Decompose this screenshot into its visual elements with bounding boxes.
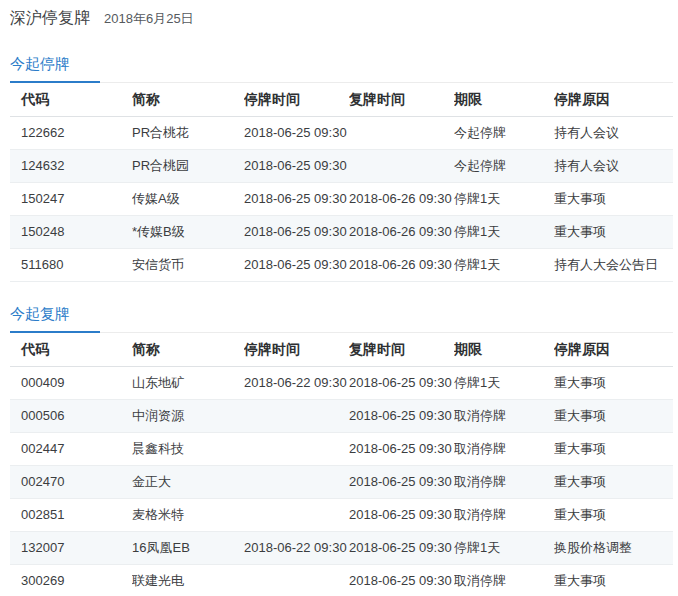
- cell-resume-time: 2018-06-26 09:30: [349, 183, 454, 216]
- cell-name: 山东地矿: [132, 367, 244, 400]
- column-header-resume-time: 复牌时间: [349, 333, 454, 367]
- tab-resume-today[interactable]: 今起复牌: [10, 305, 100, 333]
- cell-term: 取消停牌: [454, 499, 554, 532]
- tab-suspend-today[interactable]: 今起停牌: [10, 55, 100, 83]
- cell-term: 取消停牌: [454, 433, 554, 466]
- cell-name: *传媒B级: [132, 216, 244, 249]
- cell-suspend-time: 2018-06-25 09:30: [244, 249, 349, 282]
- cell-code: 132007: [10, 532, 132, 565]
- cell-code: 002447: [10, 433, 132, 466]
- table-row: 150248*传媒B级2018-06-25 09:302018-06-26 09…: [10, 216, 673, 249]
- cell-term: 取消停牌: [454, 400, 554, 433]
- cell-term: 停牌1天: [454, 183, 554, 216]
- cell-code: 002851: [10, 499, 132, 532]
- cell-term: 取消停牌: [454, 565, 554, 596]
- header-row: 代码简称停牌时间复牌时间期限停牌原因: [10, 333, 673, 367]
- cell-suspend-time: 2018-06-22 09:30: [244, 367, 349, 400]
- cell-reason: 重大事项: [554, 216, 673, 249]
- suspend-table: 代码简称停牌时间复牌时间期限停牌原因 122662PR合桃花2018-06-25…: [10, 83, 673, 282]
- page-header: 深沪停复牌 2018年6月25日: [10, 8, 673, 29]
- cell-resume-time: 2018-06-26 09:30: [349, 216, 454, 249]
- cell-code: 000506: [10, 400, 132, 433]
- cell-resume-time: 2018-06-25 09:30: [349, 433, 454, 466]
- cell-reason: 重大事项: [554, 367, 673, 400]
- cell-resume-time: [349, 117, 454, 150]
- cell-name: 金正大: [132, 466, 244, 499]
- cell-suspend-time: [244, 466, 349, 499]
- cell-reason: 持有人会议: [554, 150, 673, 183]
- column-header-name: 简称: [132, 333, 244, 367]
- table-row: 002851麦格米特2018-06-25 09:30取消停牌重大事项: [10, 499, 673, 532]
- suspend-tab-bar: 今起停牌: [10, 55, 673, 83]
- page-title: 深沪停复牌: [10, 8, 90, 29]
- cell-name: PR合桃花: [132, 117, 244, 150]
- column-header-suspend-time: 停牌时间: [244, 83, 349, 117]
- cell-suspend-time: 2018-06-25 09:30: [244, 117, 349, 150]
- cell-term: 停牌1天: [454, 532, 554, 565]
- cell-suspend-time: [244, 565, 349, 596]
- cell-reason: 重大事项: [554, 433, 673, 466]
- resume-table: 代码简称停牌时间复牌时间期限停牌原因 000409山东地矿2018-06-22 …: [10, 333, 673, 596]
- cell-term: 停牌1天: [454, 216, 554, 249]
- cell-name: 联建光电: [132, 565, 244, 596]
- cell-code: 300269: [10, 565, 132, 596]
- cell-name: 麦格米特: [132, 499, 244, 532]
- cell-code: 511680: [10, 249, 132, 282]
- column-header-term: 期限: [454, 83, 554, 117]
- page-date: 2018年6月25日: [104, 10, 194, 28]
- cell-reason: 重大事项: [554, 499, 673, 532]
- cell-resume-time: 2018-06-25 09:30: [349, 367, 454, 400]
- table-row: 002470金正大2018-06-25 09:30取消停牌重大事项: [10, 466, 673, 499]
- column-header-code: 代码: [10, 333, 132, 367]
- cell-name: PR合桃园: [132, 150, 244, 183]
- cell-suspend-time: [244, 499, 349, 532]
- cell-reason: 重大事项: [554, 183, 673, 216]
- table-row: 300269联建光电2018-06-25 09:30取消停牌重大事项: [10, 565, 673, 596]
- cell-suspend-time: [244, 433, 349, 466]
- cell-resume-time: 2018-06-25 09:30: [349, 466, 454, 499]
- table-row: 150247传媒A级2018-06-25 09:302018-06-26 09:…: [10, 183, 673, 216]
- cell-reason: 重大事项: [554, 400, 673, 433]
- table-row: 124632PR合桃园2018-06-25 09:30今起停牌持有人会议: [10, 150, 673, 183]
- cell-code: 124632: [10, 150, 132, 183]
- cell-term: 取消停牌: [454, 466, 554, 499]
- cell-reason: 持有人大会公告日: [554, 249, 673, 282]
- table-row: 13200716凤凰EB2018-06-22 09:302018-06-25 0…: [10, 532, 673, 565]
- table-row: 002447晨鑫科技2018-06-25 09:30取消停牌重大事项: [10, 433, 673, 466]
- section-resume-today: 今起复牌 代码简称停牌时间复牌时间期限停牌原因 000409山东地矿2018-0…: [10, 305, 673, 596]
- cell-code: 150247: [10, 183, 132, 216]
- cell-code: 000409: [10, 367, 132, 400]
- cell-suspend-time: 2018-06-22 09:30: [244, 532, 349, 565]
- cell-suspend-time: 2018-06-25 09:30: [244, 216, 349, 249]
- cell-suspend-time: [244, 400, 349, 433]
- section-suspend-today: 今起停牌 代码简称停牌时间复牌时间期限停牌原因 122662PR合桃花2018-…: [10, 55, 673, 282]
- cell-term: 今起停牌: [454, 117, 554, 150]
- cell-name: 传媒A级: [132, 183, 244, 216]
- table-row: 000506中润资源2018-06-25 09:30取消停牌重大事项: [10, 400, 673, 433]
- cell-name: 16凤凰EB: [132, 532, 244, 565]
- cell-name: 晨鑫科技: [132, 433, 244, 466]
- cell-resume-time: 2018-06-25 09:30: [349, 565, 454, 596]
- column-header-term: 期限: [454, 333, 554, 367]
- column-header-reason: 停牌原因: [554, 83, 673, 117]
- cell-suspend-time: 2018-06-25 09:30: [244, 150, 349, 183]
- table-row: 511680安信货币2018-06-25 09:302018-06-26 09:…: [10, 249, 673, 282]
- cell-resume-time: 2018-06-25 09:30: [349, 499, 454, 532]
- suspension-resumption-page: 深沪停复牌 2018年6月25日 今起停牌 代码简称停牌时间复牌时间期限停牌原因…: [0, 0, 678, 596]
- column-header-resume-time: 复牌时间: [349, 83, 454, 117]
- cell-reason: 换股价格调整: [554, 532, 673, 565]
- cell-resume-time: 2018-06-26 09:30: [349, 249, 454, 282]
- cell-term: 停牌1天: [454, 367, 554, 400]
- cell-term: 今起停牌: [454, 150, 554, 183]
- column-header-suspend-time: 停牌时间: [244, 333, 349, 367]
- cell-suspend-time: 2018-06-25 09:30: [244, 183, 349, 216]
- resume-tab-bar: 今起复牌: [10, 305, 673, 333]
- column-header-code: 代码: [10, 83, 132, 117]
- header-row: 代码简称停牌时间复牌时间期限停牌原因: [10, 83, 673, 117]
- cell-name: 中润资源: [132, 400, 244, 433]
- cell-resume-time: 2018-06-25 09:30: [349, 400, 454, 433]
- cell-code: 002470: [10, 466, 132, 499]
- column-header-reason: 停牌原因: [554, 333, 673, 367]
- cell-term: 停牌1天: [454, 249, 554, 282]
- cell-resume-time: 2018-06-25 09:30: [349, 532, 454, 565]
